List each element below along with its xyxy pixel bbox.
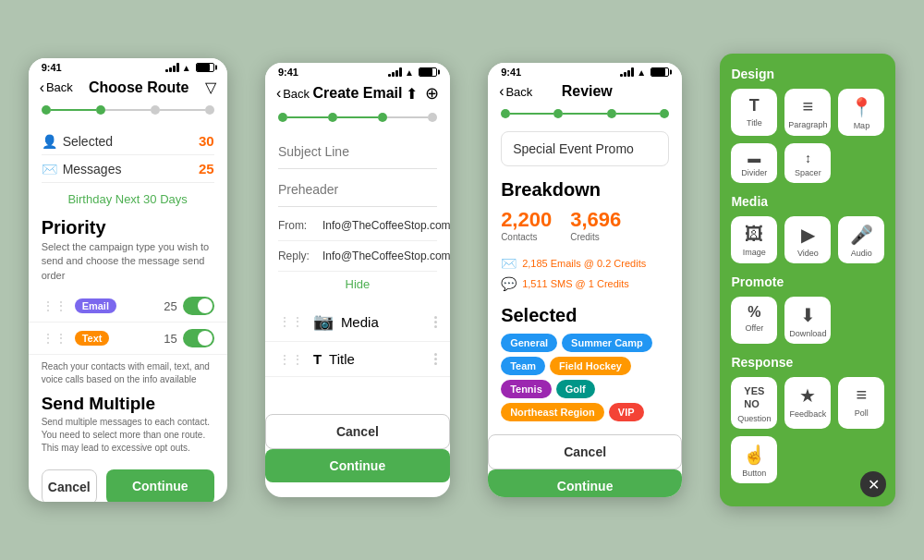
continue-button-1[interactable]: Continue bbox=[106, 469, 214, 502]
question-icon: YESNO bbox=[744, 384, 764, 411]
offer-label: Offer bbox=[745, 323, 763, 333]
promote-section-title: Promote bbox=[731, 274, 884, 289]
cancel-button-1[interactable]: Cancel bbox=[42, 469, 97, 502]
panel-item-offer[interactable]: % Offer bbox=[731, 297, 777, 344]
media-icon: 📷 bbox=[313, 311, 334, 332]
feedback-icon: ★ bbox=[799, 384, 816, 407]
continue-button-3[interactable]: Continue bbox=[488, 469, 682, 497]
panel-item-feedback[interactable]: ★ Feedback bbox=[784, 377, 831, 429]
status-bar-3: 9:41 ▲ bbox=[488, 63, 682, 79]
poll-label: Poll bbox=[855, 408, 869, 418]
back-label-1: Back bbox=[46, 80, 73, 94]
download-label: Download bbox=[789, 329, 826, 338]
birthday-link[interactable]: Birthday Next 30 Days bbox=[29, 187, 227, 212]
add-icon-2[interactable]: ⊕ bbox=[425, 83, 439, 103]
wifi-icon-2: ▲ bbox=[405, 67, 414, 78]
subject-input[interactable] bbox=[278, 135, 437, 169]
video-label: Video bbox=[797, 249, 819, 258]
messages-value: 25 bbox=[199, 161, 214, 177]
panel-item-question[interactable]: YESNO Question bbox=[731, 377, 777, 429]
sms-detail-icon: 💬 bbox=[501, 276, 517, 291]
p2-line-1 bbox=[287, 116, 328, 118]
progress-dot-2 bbox=[96, 105, 105, 115]
button-row-2: Cancel Continue bbox=[265, 377, 450, 482]
filter-icon-1[interactable]: ▽ bbox=[205, 79, 216, 96]
back-button-3[interactable]: ‹ Back bbox=[499, 83, 532, 100]
chip-team[interactable]: Team bbox=[501, 357, 545, 375]
from-value: Info@TheCoffeeStop.com bbox=[322, 219, 450, 232]
text-toggle[interactable] bbox=[183, 329, 214, 347]
design-section-title: Design bbox=[731, 67, 884, 81]
p3-dot-4 bbox=[660, 109, 669, 118]
progress-line-3 bbox=[160, 109, 205, 111]
email-tag: Email bbox=[75, 298, 116, 313]
panel-item-paragraph[interactable]: ≡ Paragraph bbox=[784, 89, 831, 136]
chip-field-hockey[interactable]: Field Hockey bbox=[550, 357, 631, 375]
priority-desc: Select the campaign type you wish to sen… bbox=[29, 240, 227, 290]
panel-item-map[interactable]: 📍 Map bbox=[838, 89, 884, 136]
signal-icon-3 bbox=[620, 67, 634, 77]
selected-value: 30 bbox=[199, 133, 214, 149]
response-section-title: Response bbox=[731, 355, 884, 370]
chip-general[interactable]: General bbox=[501, 334, 557, 352]
reply-row[interactable]: Reply: Info@TheCoffeeStop.com › bbox=[278, 241, 437, 272]
video-icon: ▶ bbox=[801, 224, 815, 246]
design-panel: Design T Title ≡ Paragraph 📍 Map ▬ Divid… bbox=[720, 54, 895, 506]
preheader-input[interactable] bbox=[278, 173, 437, 207]
from-row[interactable]: From: Info@TheCoffeeStop.com › bbox=[278, 211, 437, 241]
chip-northeast-region[interactable]: Northeast Region bbox=[501, 403, 604, 421]
drag-handle-title: ⋮⋮ bbox=[278, 352, 304, 367]
cancel-button-3[interactable]: Cancel bbox=[488, 434, 682, 469]
messages-label: Messages bbox=[63, 162, 122, 177]
status-icons-2: ▲ bbox=[388, 67, 437, 78]
credits-stat: 3,696 Credits bbox=[570, 208, 621, 242]
sms-detail-row: 💬 1,511 SMS @ 1 Credits bbox=[501, 274, 669, 294]
send-multiple-desc: Send multiple messages to each contact. … bbox=[29, 416, 227, 464]
selected-title: Selected bbox=[488, 298, 682, 330]
title-block-icon: T bbox=[749, 96, 760, 116]
continue-button-2[interactable]: Continue bbox=[265, 449, 450, 482]
chip-summer-camp[interactable]: Summer Camp bbox=[562, 334, 652, 352]
panel-item-poll[interactable]: ≡ Poll bbox=[838, 377, 884, 429]
panel-item-spacer[interactable]: ↕ Spacer bbox=[784, 143, 831, 183]
hide-link[interactable]: Hide bbox=[278, 272, 437, 297]
drag-icon-text: ⋮⋮ bbox=[42, 331, 67, 346]
dots-menu-media[interactable] bbox=[434, 316, 437, 328]
media-grid: 🖼 Image ▶ Video 🎤 Audio bbox=[731, 216, 884, 263]
back-arrow-icon-1: ‹ bbox=[40, 79, 44, 96]
chip-golf[interactable]: Golf bbox=[556, 380, 595, 398]
email-detail-icon: ✉️ bbox=[501, 256, 517, 271]
design-grid: T Title ≡ Paragraph 📍 Map ▬ Divider ↕ Sp… bbox=[731, 89, 884, 183]
share-icon-2[interactable]: ⬆ bbox=[406, 85, 418, 103]
from-label: From: bbox=[278, 219, 315, 232]
back-button-1[interactable]: ‹ Back bbox=[40, 79, 73, 96]
divider-icon: ▬ bbox=[748, 151, 760, 165]
back-button-2[interactable]: ‹ Back bbox=[276, 85, 310, 102]
time-3: 9:41 bbox=[501, 67, 521, 78]
dots-menu-title[interactable] bbox=[434, 353, 437, 365]
title-section-row: ⋮⋮ T Title bbox=[265, 342, 450, 377]
button-row-1: Cancel Continue bbox=[29, 464, 227, 502]
reach-desc: Reach your contacts with email, text, an… bbox=[29, 355, 227, 390]
email-toggle[interactable] bbox=[183, 297, 214, 315]
cancel-button-2[interactable]: Cancel bbox=[265, 414, 450, 449]
panel-item-divider[interactable]: ▬ Divider bbox=[731, 143, 777, 183]
panel-item-image[interactable]: 🖼 Image bbox=[731, 216, 777, 263]
button-block-icon: ☝ bbox=[743, 444, 766, 466]
panel-item-button[interactable]: ☝ Button bbox=[731, 436, 777, 483]
contacts-value: 2,200 bbox=[501, 208, 552, 232]
wifi-icon-3: ▲ bbox=[637, 67, 646, 78]
map-icon: 📍 bbox=[850, 96, 873, 118]
phone-3: 9:41 ▲ ‹ Back Review Special Event Promo… bbox=[488, 63, 682, 497]
time-1: 9:41 bbox=[42, 62, 62, 73]
panel-item-video[interactable]: ▶ Video bbox=[784, 216, 831, 263]
close-panel-button[interactable]: ✕ bbox=[860, 471, 886, 497]
panel-item-audio[interactable]: 🎤 Audio bbox=[838, 216, 884, 263]
email-count: 25 bbox=[164, 299, 176, 313]
chip-tennis[interactable]: Tennis bbox=[501, 380, 552, 398]
person-icon: 👤 bbox=[42, 134, 57, 149]
chip-vip[interactable]: VIP bbox=[609, 403, 644, 421]
panel-item-download[interactable]: ⬇ Download bbox=[784, 297, 831, 344]
p2-line-3 bbox=[387, 116, 428, 118]
panel-item-title[interactable]: T Title bbox=[731, 89, 777, 136]
